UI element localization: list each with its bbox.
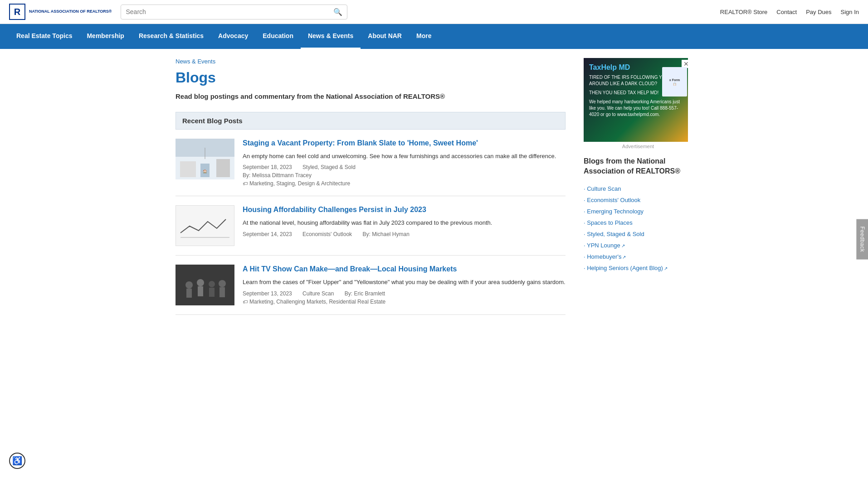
ad-label: Advertisement <box>584 144 692 149</box>
sidebar-link-culture-scan[interactable]: Culture Scan <box>584 183 692 194</box>
nav-research-statistics[interactable]: Research & Statistics <box>132 24 211 49</box>
blog-content-3: A Hit TV Show Can Make—and Break—Local H… <box>243 265 566 304</box>
logo[interactable]: R NATIONAL ASSOCIATION OF REALTORS® <box>9 4 112 20</box>
blog-content-2: Housing Affordability Challenges Persist… <box>243 205 566 239</box>
svg-rect-9 <box>176 265 234 305</box>
blog-category-2[interactable]: Economists' Outlook <box>302 231 352 237</box>
nav-advocacy[interactable]: Advocacy <box>211 24 255 49</box>
blog-post-2: Housing Affordability Challenges Persist… <box>176 196 566 256</box>
top-bar: R NATIONAL ASSOCIATION OF REALTORS® 🔍 RE… <box>0 0 868 24</box>
blog-tag-text-3: Marketing, Challenging Markets, Resident… <box>249 299 385 305</box>
sidebar-link-ypn-lounge[interactable]: YPN Lounge↗ <box>584 240 692 251</box>
logo-box: R <box>9 4 25 20</box>
sidebar-link-homebuyers[interactable]: Homebuyer's↗ <box>584 251 692 262</box>
svg-point-14 <box>209 281 215 287</box>
svg-rect-7 <box>176 206 234 246</box>
nav-news-events[interactable]: News & Events <box>301 24 361 49</box>
blog-meta-1: September 18, 2023 Styled, Staged & Sold <box>243 164 566 170</box>
top-link-store[interactable]: REALTOR® Store <box>720 9 767 15</box>
main-content: News & Events Blogs Read blog postings a… <box>162 49 706 324</box>
nav-education[interactable]: Education <box>255 24 301 49</box>
svg-rect-17 <box>219 287 225 297</box>
blog-title-1[interactable]: Staging a Vacant Property: From Blank Sl… <box>243 139 566 148</box>
blog-excerpt-1: An empty home can feel cold and unwelcom… <box>243 152 566 161</box>
ad-text-3: We helped many hardworking Americans jus… <box>589 99 683 118</box>
svg-rect-4 <box>216 159 230 177</box>
blog-meta-3: September 13, 2023 Culture Scan By: Eric… <box>243 290 566 297</box>
search-input[interactable] <box>121 5 329 18</box>
top-link-contact[interactable]: Contact <box>776 9 797 15</box>
blog-thumb-3 <box>176 265 234 305</box>
top-links: REALTOR® Store Contact Pay Dues Sign In <box>720 9 859 15</box>
logo-letter: R <box>14 7 20 17</box>
svg-rect-15 <box>209 288 215 297</box>
blog-tag-text-1: Marketing, Staging, Design & Architectur… <box>249 180 350 187</box>
svg-rect-2 <box>180 161 196 177</box>
blog-author-1: By: Melissa Dittmann Tracey <box>243 172 566 179</box>
blog-category-3[interactable]: Culture Scan <box>302 290 334 297</box>
tag-icon-3: 🏷 <box>243 299 248 304</box>
feedback-tab[interactable]: Feedback <box>857 219 868 259</box>
blog-title-2[interactable]: Housing Affordability Challenges Persist… <box>243 205 566 215</box>
blog-author-2: By: Michael Hyman <box>362 231 409 237</box>
ad-image: TaxHelp MD TIRED OF THE IRS FOLLOWING YO… <box>584 58 688 142</box>
ad-form-icon: x Form 📋 <box>662 67 687 97</box>
blog-author-name-1: By: Melissa Dittmann Tracey <box>243 172 312 179</box>
tag-icon-1: 🏷 <box>243 181 248 186</box>
nav-membership[interactable]: Membership <box>79 24 131 49</box>
svg-rect-11 <box>186 289 192 298</box>
search-bar: 🔍 <box>121 5 347 19</box>
search-button[interactable]: 🔍 <box>329 5 347 19</box>
nav-bar: Real Estate Topics Membership Research &… <box>0 24 868 49</box>
ext-icon-seniors: ↗ <box>664 266 668 271</box>
sidebar-blogs-title: Blogs from the National Association of R… <box>584 156 692 177</box>
sidebar: ✕ TaxHelp MD TIRED OF THE IRS FOLLOWING … <box>584 58 692 315</box>
blog-date-1: September 18, 2023 <box>243 164 292 170</box>
sidebar-link-spaces-to-places[interactable]: Spaces to Places <box>584 217 692 228</box>
svg-text:🏠: 🏠 <box>203 169 207 174</box>
top-link-pay-dues[interactable]: Pay Dues <box>806 9 831 15</box>
breadcrumb[interactable]: News & Events <box>176 58 566 65</box>
blog-excerpt-3: Learn from the cases of "Fixer Upper" an… <box>243 278 566 287</box>
nav-more[interactable]: More <box>409 24 439 49</box>
top-link-sign-in[interactable]: Sign In <box>841 9 859 15</box>
svg-point-12 <box>197 279 204 286</box>
blog-author-3: By: Eric Bramlett <box>345 290 385 297</box>
ad-box: ✕ TaxHelp MD TIRED OF THE IRS FOLLOWING … <box>584 58 692 149</box>
sidebar-link-styled-staged-sold[interactable]: Styled, Staged & Sold <box>584 228 692 240</box>
blog-date-3: September 13, 2023 <box>243 290 292 297</box>
blog-post-1: 🏠 Staging a Vacant Property: From Blank … <box>176 130 566 196</box>
blog-date-2: September 14, 2023 <box>243 231 292 237</box>
page-subtitle: Read blog postings and commentary from t… <box>176 92 566 101</box>
sidebar-link-emerging-technology[interactable]: Emerging Technology <box>584 206 692 217</box>
svg-rect-13 <box>198 286 203 296</box>
blog-meta-2: September 14, 2023 Economists' Outlook B… <box>243 231 566 237</box>
sidebar-link-helping-seniors[interactable]: Helping Seniors (Agent Blog)↗ <box>584 262 692 274</box>
blog-tags-1: 🏷 Marketing, Staging, Design & Architect… <box>243 180 566 187</box>
ext-icon-homebuyers: ↗ <box>622 255 626 260</box>
sidebar-link-economists-outlook[interactable]: Economists' Outlook <box>584 194 692 206</box>
blog-thumb-2 <box>176 205 234 246</box>
blog-category-1[interactable]: Styled, Staged & Sold <box>302 164 356 170</box>
page-title: Blogs <box>176 69 566 86</box>
nav-real-estate-topics[interactable]: Real Estate Topics <box>9 24 79 49</box>
blog-thumb-1: 🏠 <box>176 139 234 179</box>
logo-text: NATIONAL ASSOCIATION OF REALTORS® <box>29 9 112 14</box>
blog-title-3[interactable]: A Hit TV Show Can Make—and Break—Local H… <box>243 265 566 274</box>
blog-tags-3: 🏷 Marketing, Challenging Markets, Reside… <box>243 299 566 305</box>
blog-content-1: Staging a Vacant Property: From Blank Sl… <box>243 139 566 187</box>
nav-about-nar[interactable]: About NAR <box>361 24 409 49</box>
svg-point-10 <box>185 281 193 289</box>
content-area: News & Events Blogs Read blog postings a… <box>176 58 566 315</box>
blog-post-3: A Hit TV Show Can Make—and Break—Local H… <box>176 256 566 315</box>
blog-excerpt-2: At the national level, housing affordabi… <box>243 218 566 227</box>
svg-point-16 <box>219 280 226 287</box>
section-header: Recent Blog Posts <box>176 112 566 130</box>
ext-icon-ypn: ↗ <box>621 243 625 248</box>
